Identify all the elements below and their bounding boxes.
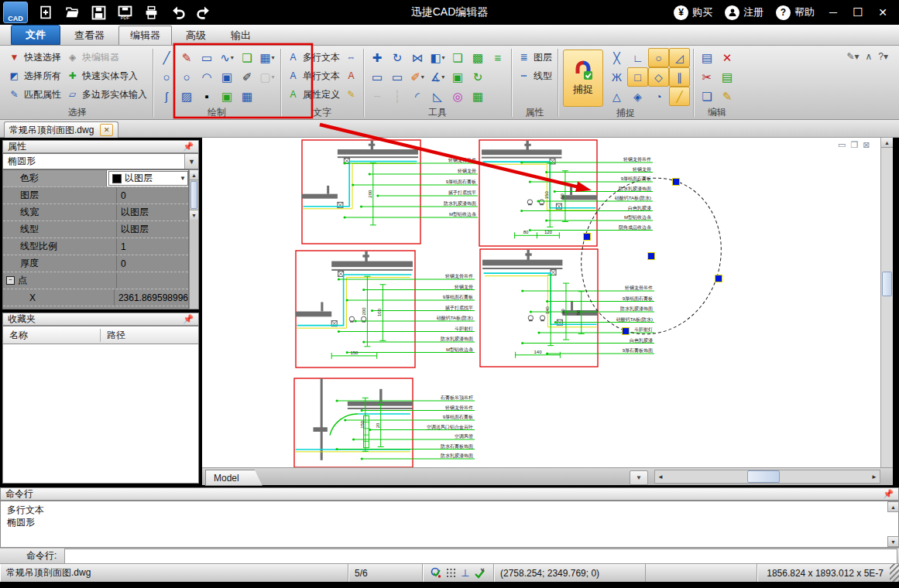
- update-block-tool[interactable]: ↻: [468, 68, 488, 86]
- command-input[interactable]: [64, 549, 897, 564]
- drawing-canvas[interactable]: 轻钢龙骨吊件轻钢龙骨9厚纸面石膏板腻子打底找平防水乳胶漆饰面M型铝收边条200轻…: [202, 138, 880, 467]
- property-row-图层[interactable]: 图层0: [3, 187, 188, 204]
- scrollbar-thumb[interactable]: [882, 272, 892, 296]
- ellipse-tool[interactable]: ○: [177, 68, 197, 86]
- scrollbar-thumb[interactable]: [747, 470, 780, 483]
- scroll-down-icon[interactable]: ▼: [887, 536, 899, 547]
- help-button[interactable]: ? 帮助: [770, 2, 820, 23]
- document-tab[interactable]: 常规吊顶剖面图.dwg ✕: [4, 121, 118, 138]
- pin-icon[interactable]: 📌: [183, 142, 194, 152]
- property-value[interactable]: 2361.869598996: [114, 289, 188, 306]
- clip-rect-tool[interactable]: ▭: [387, 68, 407, 86]
- tab-advanced[interactable]: 高级: [175, 26, 217, 45]
- region-tool[interactable]: ▢▾: [257, 68, 277, 86]
- snap-nearest[interactable]: ╱: [669, 87, 690, 106]
- wipeout-tool[interactable]: ▦▾: [257, 49, 277, 67]
- quick-select[interactable]: ▼快速选择: [5, 48, 63, 67]
- scroll-right-icon[interactable]: ►: [869, 473, 880, 480]
- table-tool[interactable]: ▦: [237, 87, 257, 105]
- entity-type-selector[interactable]: 椭圆形 ▼: [2, 153, 199, 169]
- mdi-restore-icon[interactable]: ❐: [850, 140, 858, 150]
- pin-icon[interactable]: 📌: [883, 489, 894, 499]
- tab-file[interactable]: 文件: [11, 25, 60, 45]
- property-value[interactable]: 1: [116, 238, 188, 255]
- property-row-厚度[interactable]: 厚度0: [3, 255, 188, 272]
- block-insert-tool[interactable]: ▣: [217, 68, 237, 86]
- rectangle-tool[interactable]: ▭: [197, 49, 217, 67]
- tab-editor[interactable]: 编辑器: [118, 26, 172, 45]
- move-tool[interactable]: ✚: [367, 49, 387, 67]
- single-text-button[interactable]: A单行文本: [284, 67, 342, 85]
- sketch-tool[interactable]: ✎: [177, 49, 197, 67]
- mtext-button[interactable]: A多行文本: [284, 48, 342, 67]
- scroll-up-icon[interactable]: ▲: [881, 138, 893, 148]
- minimize-button[interactable]: ─: [822, 2, 845, 22]
- favorites-list[interactable]: [2, 344, 199, 484]
- polyline-tool[interactable]: ∿▾: [217, 49, 237, 67]
- delete-button[interactable]: ✕: [717, 49, 737, 67]
- select-all[interactable]: ◩选择所有: [5, 67, 63, 85]
- pick-color-tool[interactable]: ✐▾: [407, 68, 427, 86]
- group-objects-tool[interactable]: ▣: [448, 68, 468, 86]
- copy-button[interactable]: ❏: [697, 87, 717, 105]
- match-properties[interactable]: ✎匹配属性: [5, 85, 63, 104]
- save-button[interactable]: [85, 2, 112, 23]
- print-button[interactable]: [138, 2, 164, 23]
- property-row-线型[interactable]: 线型以图层: [3, 221, 188, 238]
- edit-text-button[interactable]: ✎: [342, 85, 360, 104]
- fillet-tool[interactable]: ◜: [407, 87, 427, 105]
- construction-line-tool[interactable]: ✐: [237, 68, 257, 86]
- buy-button[interactable]: ¥ 购买: [668, 2, 718, 23]
- canvas-vertical-scrollbar[interactable]: ▲: [880, 138, 893, 467]
- linetype-button[interactable]: ┉线型: [515, 67, 554, 85]
- block-editor[interactable]: ◈块编辑器: [63, 48, 149, 67]
- property-row-X[interactable]: X2361.869598996: [3, 289, 188, 306]
- property-row-点[interactable]: −点: [3, 272, 188, 289]
- text-scale-button[interactable]: ⇔: [342, 48, 360, 67]
- copy-block-tool[interactable]: ❏: [237, 49, 257, 67]
- measure-tool[interactable]: ∡▾: [427, 68, 448, 86]
- hatch-tool[interactable]: ▨: [177, 87, 197, 105]
- draw-style-dropdown[interactable]: ✎▾: [846, 51, 859, 62]
- snap-angle[interactable]: ◿: [669, 48, 690, 67]
- property-value[interactable]: [116, 272, 188, 289]
- grid-status-icon[interactable]: [444, 566, 458, 580]
- paste-special-button[interactable]: ▤: [717, 68, 737, 86]
- osnap-status-icon[interactable]: [430, 566, 443, 580]
- favorites-col-name[interactable]: 名称: [3, 329, 100, 342]
- point-tool[interactable]: ▪: [197, 87, 217, 105]
- model-tab[interactable]: Model: [205, 470, 262, 486]
- spline-tool[interactable]: ʃ: [156, 87, 177, 105]
- property-value[interactable]: 0: [116, 255, 188, 272]
- favorites-col-path[interactable]: 路径: [100, 329, 198, 342]
- undo-button[interactable]: [164, 2, 190, 23]
- text-style-button[interactable]: A: [342, 67, 360, 85]
- draft-status-icon[interactable]: [473, 566, 486, 580]
- rotate-tool[interactable]: ↻: [387, 49, 407, 67]
- dim-linear-tool[interactable]: ┄: [367, 87, 387, 105]
- layers-button[interactable]: ≣图层: [515, 48, 554, 67]
- snap-center[interactable]: ○: [648, 48, 669, 67]
- close-button[interactable]: ✕: [871, 2, 894, 22]
- property-value[interactable]: 以图层: [116, 204, 188, 220]
- snap-midpoint[interactable]: Ж: [606, 67, 627, 87]
- paste-button[interactable]: ▤: [697, 49, 717, 67]
- property-value[interactable]: 0: [116, 187, 188, 203]
- image-tool[interactable]: ▣: [217, 87, 237, 105]
- snap-quadrant[interactable]: ◇: [648, 67, 669, 87]
- arc-tool[interactable]: ◠: [197, 68, 217, 86]
- mirror-tool[interactable]: ⋈: [407, 49, 427, 67]
- snap-tangent[interactable]: ◔: [648, 87, 669, 106]
- scroll-down-icon[interactable]: ▼: [190, 210, 198, 220]
- dim-vertical-tool[interactable]: ┆: [387, 87, 407, 105]
- draw-order-tool[interactable]: ≡: [488, 49, 508, 67]
- collapse-ribbon-button[interactable]: ∧: [866, 51, 873, 62]
- chamfer-tool[interactable]: ◺: [427, 87, 448, 105]
- new-file-button[interactable]: [33, 2, 59, 23]
- snap-insertion[interactable]: ◈: [627, 87, 648, 106]
- cut-button[interactable]: ✂: [697, 68, 717, 86]
- color-rings-tool[interactable]: ◎: [448, 87, 468, 105]
- open-file-button[interactable]: [59, 2, 85, 23]
- ribbon-help-button[interactable]: ?▾: [878, 51, 888, 62]
- property-value[interactable]: 以图层▼: [106, 170, 188, 186]
